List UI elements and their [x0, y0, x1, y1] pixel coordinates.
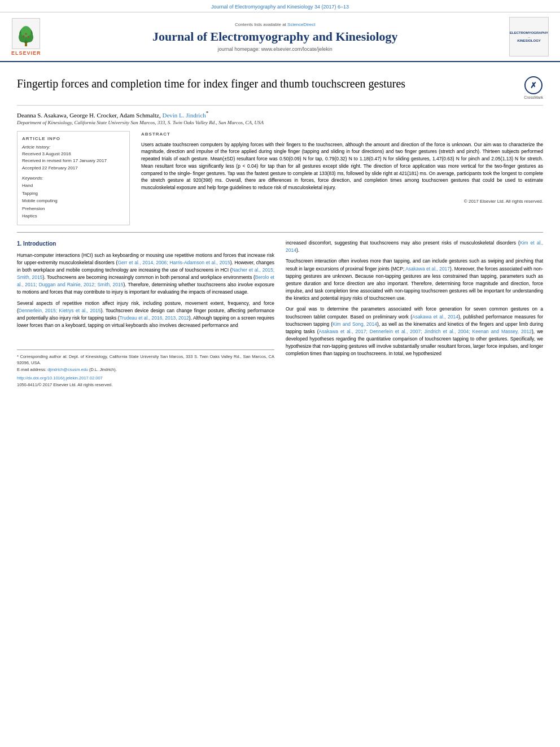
issn-text: 1050-6411/© 2017 Elsevier Ltd. All right…	[17, 382, 274, 388]
elsevier-wordmark: ELSEVIER	[11, 50, 41, 56]
article-info-abstract-section: ARTICLE INFO Article history: Received 3…	[17, 131, 543, 225]
section-divider	[17, 232, 543, 233]
keyword-prehension: Prehension	[22, 205, 125, 213]
email-link[interactable]: djindrich@csusm.edu	[47, 367, 88, 372]
svg-point-5	[23, 36, 25, 37]
footnote-email: E-mail address: djindrich@csusm.edu (D.L…	[17, 366, 274, 373]
right-para-3: Our goal was to determine the parameters…	[286, 305, 543, 357]
header-left: ELSEVIER	[11, 18, 41, 56]
svg-point-7	[25, 33, 27, 35]
abstract-column: ABSTRACT Users actuate touchscreen compu…	[141, 131, 543, 225]
received-date: Received 3 August 2016	[22, 151, 125, 158]
article-info-title: ARTICLE INFO	[22, 136, 125, 141]
sciencedirect-link[interactable]: ScienceDirect	[287, 22, 315, 27]
ref-kim-2014[interactable]: Kim et al., 2014	[286, 240, 543, 253]
abstract-section: ABSTRACT Users actuate touchscreen compu…	[141, 131, 543, 205]
journal-citation-link[interactable]: Journal of Electromyography and Kinesiol…	[211, 4, 349, 10]
ref-asakawa-2017[interactable]: Asakawa et al., 2017	[405, 266, 450, 272]
copyright: © 2017 Elsevier Ltd. All rights reserved…	[141, 196, 543, 205]
intro-para-2: Several aspects of repetitive motion aff…	[17, 300, 274, 330]
svg-point-6	[28, 36, 29, 38]
keyword-tapping: Tapping	[22, 190, 125, 198]
footnote-corresponding: * Corresponding author at: Dept. of Kine…	[17, 353, 274, 366]
article-info-box: ARTICLE INFO Article history: Received 3…	[17, 131, 130, 225]
abstract-text: Users actuate touchscreen computers by a…	[141, 141, 543, 191]
body-col-left: 1. Introduction Human-computer interacti…	[17, 239, 274, 388]
journal-logo-right: ELECTROMYOGRAPHY ⚊ KINESIOLOGY	[509, 17, 549, 56]
top-bar: Journal of Electromyography and Kinesiol…	[0, 0, 560, 12]
affiliation: Department of Kinesiology, California St…	[17, 120, 543, 125]
ref-trudeau-2016[interactable]: Trudeau et al., 2016, 2013, 2012	[119, 315, 189, 321]
ref-gerr-2014[interactable]: Gerr et al., 2014, 2006; Harris-Adamson …	[117, 260, 230, 265]
accepted-date: Accepted 22 February 2017	[22, 165, 125, 172]
introduction-heading: 1. Introduction	[17, 239, 274, 248]
right-para-2: Touchscreen interaction often involves m…	[286, 257, 543, 302]
ref-kim-song-2014[interactable]: Kim and Song, 2014	[333, 321, 377, 327]
author-list: Deanna S. Asakawa, George H. Crocker, Ad…	[17, 112, 208, 119]
sciencedirect-text: Contents lists available at ScienceDirec…	[41, 22, 509, 27]
article-info-column: ARTICLE INFO Article history: Received 3…	[17, 131, 130, 225]
journal-url: journal homepage: www.elsevier.com/locat…	[41, 46, 509, 52]
keyword-hand: Hand	[22, 182, 125, 190]
crossmark-container[interactable]: ✗ CrossMark	[524, 76, 543, 99]
article-title-section: Fingertip forces and completion time for…	[17, 68, 543, 106]
right-para-1: increased discomfort, suggesting that to…	[286, 239, 543, 254]
abstract-title: ABSTRACT	[141, 131, 543, 138]
ref-asakawa-2014[interactable]: Asakawa et al., 2014	[412, 314, 458, 320]
corresponding-author-link[interactable]: Devin L. Jindrich	[162, 112, 205, 119]
body-two-col: 1. Introduction Human-computer interacti…	[17, 239, 543, 388]
keywords-list: Hand Tapping Mobile computing Prehension…	[22, 182, 125, 220]
elsevier-logo: ELSEVIER	[11, 18, 41, 56]
content-wrapper: Fingertip forces and completion time for…	[0, 62, 560, 396]
article-dates: Received 3 August 2016 Received in revis…	[22, 151, 125, 172]
doi-link[interactable]: http://dx.doi.org/10.1016/j.jelekin.2017…	[17, 375, 274, 382]
article-title: Fingertip forces and completion time for…	[17, 76, 515, 91]
header-center: Contents lists available at ScienceDirec…	[41, 22, 509, 52]
journal-header: ELSEVIER Contents lists available at Sci…	[0, 12, 560, 62]
crossmark-label: CrossMark	[524, 95, 543, 99]
svg-point-4	[21, 26, 31, 37]
authors: Deanna S. Asakawa, George H. Crocker, Ad…	[17, 110, 543, 119]
body-col-right: increased discomfort, suggesting that to…	[286, 239, 543, 388]
ref-nacher-2015[interactable]: Nacher et al., 2015; Smith, 2015	[17, 267, 274, 280]
intro-para-1: Human-computer interactions (HCI) such a…	[17, 252, 274, 296]
revised-date: Received in revised form 17 January 2017	[22, 158, 125, 165]
crossmark-icon[interactable]: ✗	[524, 76, 542, 94]
history-label: Article history:	[22, 145, 125, 150]
footnote-area: * Corresponding author at: Dept. of Kine…	[17, 350, 274, 373]
ref-berolo-2011[interactable]: Berolo et al., 2011; Duggan and Rainie, …	[17, 274, 274, 287]
keyword-mobile-computing: Mobile computing	[22, 197, 125, 205]
elsevier-tree-image	[12, 18, 40, 49]
keywords-label: Keywords:	[22, 176, 125, 181]
ref-dennerlein-2015[interactable]: Dennerlein, 2015; Kietrys et al., 2015	[19, 308, 101, 313]
ref-asakawa-2017b[interactable]: Asakawa et al., 2017; Dennerlein et al.,…	[319, 329, 532, 334]
journal-title: Journal of Electromyography and Kinesiol…	[41, 29, 509, 44]
keyword-haptics: Haptics	[22, 212, 125, 220]
